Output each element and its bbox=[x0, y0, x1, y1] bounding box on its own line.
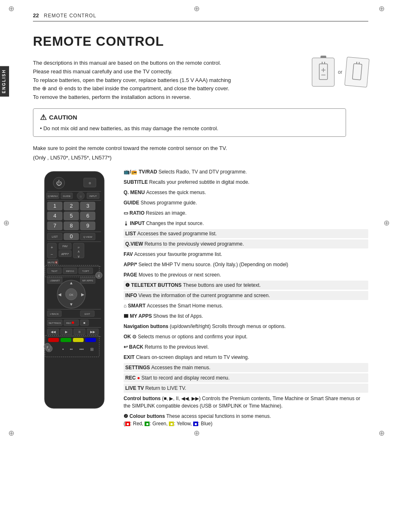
desc-page: PAGE Moves to the previous or next scree… bbox=[124, 270, 368, 279]
svg-rect-87 bbox=[47, 318, 101, 319]
svg-text:MUTE🔇: MUTE🔇 bbox=[48, 261, 58, 264]
remote-container: ⏻ ⚙ Q MENU GUIDE □ INPUT bbox=[33, 167, 115, 415]
or-label: or bbox=[338, 69, 342, 75]
svg-rect-49 bbox=[47, 241, 101, 242]
crosshair-bottom-right: ⊕ bbox=[379, 429, 385, 438]
svg-rect-14 bbox=[47, 191, 101, 192]
desc-smart: ⌂ SMART Accesses the Smart Home menus. bbox=[124, 301, 368, 310]
svg-text:⊞: ⊞ bbox=[90, 347, 94, 352]
crosshair-mid-right: ⊕ bbox=[384, 218, 390, 227]
desc-fav: FAV Accesses your favourite programme li… bbox=[124, 250, 368, 259]
caution-title: ⚠ CAUTION bbox=[40, 113, 218, 122]
caution-bullet: • Do not mix old and new batteries, as t… bbox=[40, 124, 218, 133]
desc-info: INFO Views the information of the curren… bbox=[124, 291, 368, 300]
svg-rect-107 bbox=[73, 338, 84, 342]
svg-text:0: 0 bbox=[70, 233, 73, 239]
desc-teletext: ❶ TELETEXT BUTTONS These buttons are use… bbox=[124, 281, 368, 290]
svg-text:T.OPT: T.OPT bbox=[82, 270, 89, 272]
svg-text:■: ■ bbox=[83, 321, 85, 325]
svg-text:2: 2 bbox=[46, 345, 48, 349]
desc-my-apps: ⯀ MY APPS Shows the list of Apps. bbox=[124, 312, 368, 321]
desc-app: APP/* Select the MHP TV menu source. (On… bbox=[124, 260, 368, 269]
svg-rect-105 bbox=[48, 338, 59, 342]
desc-guide: GUIDE Shows programme guide. bbox=[124, 198, 368, 207]
desc-input: ⭳ INPUT Changes the input source. bbox=[124, 219, 368, 228]
svg-text:∨: ∨ bbox=[77, 255, 80, 258]
page-number: 22 bbox=[33, 12, 39, 19]
svg-text:OK: OK bbox=[69, 293, 73, 296]
svg-text:P: P bbox=[77, 246, 79, 249]
battery-images: or bbox=[312, 58, 368, 87]
svg-rect-70 bbox=[47, 275, 101, 276]
crosshair-mid-left: ⊕ bbox=[3, 218, 9, 227]
svg-text:▼: ▼ bbox=[69, 302, 73, 307]
svg-text:◀◀: ◀◀ bbox=[51, 330, 56, 334]
svg-text:⌂SMART: ⌂SMART bbox=[49, 279, 60, 282]
desc-ok: OK ⊙ Selects menus or options and confir… bbox=[124, 332, 368, 341]
svg-text:1: 1 bbox=[98, 274, 100, 278]
svg-text:•••: ••• bbox=[79, 347, 84, 352]
svg-text:APP/*: APP/* bbox=[61, 253, 69, 255]
svg-text:9: 9 bbox=[86, 223, 89, 229]
svg-text:Q MENU: Q MENU bbox=[48, 195, 58, 197]
svg-text:⏻: ⏻ bbox=[56, 180, 62, 186]
page-header-title: REMOTE CONTROL bbox=[44, 13, 96, 19]
desc-exit: EXIT Clears on-screen displays and retur… bbox=[124, 353, 368, 362]
svg-text:LIST: LIST bbox=[51, 235, 58, 238]
page: 22 REMOTE CONTROL ENGLISH REMOTE CONTROL… bbox=[0, 0, 393, 446]
svg-text:Q VIEW: Q VIEW bbox=[83, 236, 92, 238]
desc-q-view: Q.VIEW Returns to the previously viewed … bbox=[124, 239, 368, 248]
caution-icon: ⚠ bbox=[40, 113, 47, 122]
svg-text:⚙: ⚙ bbox=[89, 182, 91, 185]
svg-text:•: • bbox=[62, 347, 64, 352]
svg-text:7: 7 bbox=[53, 223, 56, 229]
svg-rect-42 bbox=[47, 232, 101, 232]
desc-live-tv: LIVE TV Return to LIVE TV. bbox=[124, 384, 368, 393]
svg-rect-106 bbox=[61, 338, 71, 342]
svg-text:6: 6 bbox=[86, 213, 89, 219]
caution-content: ⚠ CAUTION • Do not mix old and new batte… bbox=[40, 113, 218, 133]
desc-back: ↩ BACK Returns to the previous level. bbox=[124, 342, 368, 352]
svg-rect-6 bbox=[352, 63, 362, 80]
svg-text:TEXT: TEXT bbox=[51, 270, 58, 272]
svg-text:▶▶: ▶▶ bbox=[90, 330, 96, 334]
caution-box: ⚠ CAUTION • Do not mix old and new batte… bbox=[33, 108, 346, 137]
crosshair-top-right: ⊕ bbox=[379, 4, 385, 13]
english-tab: ENGLISH bbox=[0, 66, 9, 96]
svg-rect-23 bbox=[47, 200, 101, 201]
intro-text: The descriptions in this manual are base… bbox=[33, 59, 272, 102]
svg-text:↩BACK: ↩BACK bbox=[50, 313, 58, 315]
desc-tv-rad: 📺/📻 TV/RAD Selects Radio, TV and DTV pro… bbox=[124, 167, 368, 176]
svg-text:□: □ bbox=[80, 195, 82, 198]
svg-text:II: II bbox=[78, 330, 80, 334]
svg-text:INPUT: INPUT bbox=[89, 195, 97, 197]
svg-text:▶: ▶ bbox=[65, 330, 68, 334]
only-models-text: (Only , LN570*, LN575*, LN577*) bbox=[33, 155, 368, 161]
svg-text:▲: ▲ bbox=[69, 281, 73, 285]
svg-text:3: 3 bbox=[86, 203, 89, 209]
page-header: 22 REMOTE CONTROL bbox=[33, 12, 368, 21]
svg-text:INFO⊙: INFO⊙ bbox=[66, 270, 74, 272]
desc-subtitle: SUBTITLE Recalls your preferred subtitle… bbox=[124, 178, 368, 187]
svg-rect-63 bbox=[47, 266, 101, 267]
desc-rec: REC ● Start to record and display record… bbox=[124, 373, 368, 382]
desc-area: 📺/📻 TV/RAD Selects Radio, TV and DTV pro… bbox=[124, 167, 368, 429]
main-title: REMOTE CONTROL bbox=[33, 34, 368, 49]
desc-ratio: ▭ RATIO Resizes an image. bbox=[124, 209, 368, 218]
desc-control-buttons: Control buttons (■, ▶, II, ◀◀, ▶▶) Contr… bbox=[124, 394, 368, 410]
svg-text:FAV: FAV bbox=[62, 245, 68, 248]
crosshair-top-center: ⊕ bbox=[194, 4, 200, 13]
svg-text:REC: REC bbox=[66, 322, 71, 324]
desc-settings: SETTINGS Accesses the main menus. bbox=[124, 363, 368, 372]
crosshair-bottom-left: ⊕ bbox=[8, 429, 14, 438]
desc-list: LIST Accesses the saved programme list. bbox=[124, 229, 368, 238]
svg-rect-108 bbox=[85, 338, 96, 342]
svg-text:4: 4 bbox=[53, 213, 56, 219]
svg-text:MY APPS: MY APPS bbox=[82, 279, 93, 282]
svg-text:2: 2 bbox=[70, 203, 73, 209]
content-area: ⏻ ⚙ Q MENU GUIDE □ INPUT bbox=[33, 167, 368, 429]
svg-text:5: 5 bbox=[70, 213, 73, 219]
svg-text:∧: ∧ bbox=[77, 250, 80, 253]
battery-image-1 bbox=[312, 58, 335, 87]
svg-text:GUIDE: GUIDE bbox=[63, 195, 70, 197]
